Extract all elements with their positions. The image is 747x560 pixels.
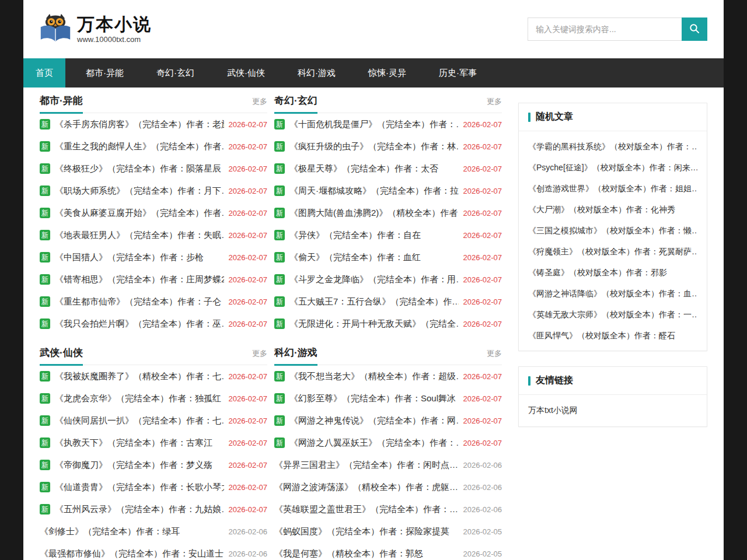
book-title-link[interactable]: 《幻影至尊》（完结全本）作者：Soul舞冰 (289, 393, 459, 404)
book-title-link[interactable]: 《职场大师系统》（完结全本）作者：月下… (55, 186, 224, 197)
logo-text: 万本小说 www.10000txt.com (77, 15, 152, 44)
book-title-link[interactable]: 《偷天》（完结全本）作者：血红 (289, 252, 459, 263)
list-item: 新《执教天下》（完结全本）作者：古寒江2026-02-07 (40, 432, 267, 454)
book-title-link[interactable]: 《我不想当老大》（精校全本）作者：超级… (289, 371, 459, 382)
book-title-link[interactable]: 《异侠》（完结全本）作者：自在 (289, 230, 459, 241)
new-badge: 新 (274, 318, 285, 329)
item-date: 2026-02-06 (229, 550, 268, 558)
search-button[interactable] (682, 18, 707, 41)
book-title-link[interactable]: 《我被妖魔圈养了》（精校全本）作者：七… (55, 371, 224, 382)
random-article-link[interactable]: 《英雄无敌大宗师》（校对版全本）作者：一… (528, 304, 697, 325)
list-item: 新《异侠》（完结全本）作者：自在2026-02-07 (274, 224, 502, 246)
new-badge: 新 (40, 296, 50, 307)
item-date: 2026-02-07 (463, 164, 502, 173)
book-title-link[interactable]: 《美食从麻婆豆腐开始》（完结全本）作者… (55, 208, 224, 219)
more-link[interactable]: 更多 (487, 348, 502, 365)
new-badge: 新 (40, 230, 50, 240)
item-date: 2026-02-07 (229, 439, 268, 447)
book-title-link[interactable]: 《我只会拍烂片啊》（完结全本）作者：巫… (55, 318, 224, 330)
new-badge: 新 (40, 393, 50, 404)
new-badge: 新 (274, 208, 285, 218)
list-item: 新《中国猎人》（完结全本）作者：步枪2026-02-07 (40, 246, 267, 268)
book-title-link[interactable]: 《终极狂少》（完结全本）作者：陨落星辰 (55, 163, 224, 174)
list-item: 新《职场大师系统》（完结全本）作者：月下…2026-02-07 (40, 180, 267, 202)
book-title-link[interactable]: 《斗罗之金龙降临》（完结全本）作者：用… (289, 274, 459, 285)
item-date: 2026-02-07 (463, 298, 502, 306)
book-title-link[interactable]: 《英雄联盟之盖世君王》（完结全本）作者：… (274, 504, 459, 515)
nav-item-武侠·仙侠[interactable]: 武侠·仙侠 (215, 58, 277, 88)
item-date: 2026-02-07 (463, 372, 502, 381)
nav-item-奇幻·玄幻[interactable]: 奇幻·玄幻 (144, 58, 207, 88)
search-icon (689, 23, 700, 36)
nav-item-惊悚·灵异[interactable]: 惊悚·灵异 (356, 58, 418, 88)
random-article-link[interactable]: 《匪风悍气》（校对版全本）作者：醛石 (528, 325, 697, 346)
random-article-link[interactable]: 《网游之神话降临》（校对版全本）作者：血… (528, 283, 697, 304)
book-title-link[interactable]: 《仙侠同居扒一扒》（完结全本）作者：七… (55, 415, 224, 426)
book-title-link[interactable]: 《无限进化：开局十种无敌天赋》（完结全… (289, 318, 459, 330)
book-title-link[interactable]: 《极星天尊》（完结全本）作者：太否 (289, 163, 459, 174)
book-title-link[interactable]: 《执教天下》（完结全本）作者：古寒江 (55, 438, 224, 449)
new-badge: 新 (274, 141, 285, 152)
random-articles-list: 《学霸的黑科技系统》（校对版全本）作者：…《Psyche[征途]》（校对版全本）… (519, 131, 707, 351)
more-link[interactable]: 更多 (252, 348, 267, 365)
book-title-link[interactable]: 《网游之神鬼传说》（完结全本）作者：网… (289, 415, 459, 426)
book-title-link[interactable]: 《我是何塞》（精校全本）作者：郭怒 (274, 548, 459, 559)
list-item: 新《斗罗之金龙降临》（完结全本）作者：用…2026-02-07 (274, 268, 502, 290)
more-link[interactable]: 更多 (487, 96, 502, 113)
item-date: 2026-02-07 (229, 416, 268, 425)
book-title-link[interactable]: 《重生都市仙帝》（完结全本）作者：子仑 (55, 296, 224, 307)
random-article-link[interactable]: 《三国之模拟城市》（校对版全本）作者：懒… (528, 220, 697, 241)
random-article-link[interactable]: 《大尸潮》（校对版全本）作者：化神秀 (528, 199, 697, 220)
item-date: 2026-02-06 (463, 483, 502, 492)
search-input[interactable] (528, 18, 682, 41)
list-item: 新《地表最狂男人》（完结全本）作者：失眠…2026-02-07 (40, 224, 267, 246)
random-article-link[interactable]: 《创造游戏世界》（校对版全本）作者：姐姐… (528, 178, 697, 199)
book-title-link[interactable]: 《五州风云录》（完结全本）作者：九姑娘… (55, 504, 224, 515)
book-title-link[interactable]: 《杀手房东俏房客》（完结全本）作者：老施 (55, 119, 224, 130)
list-item: 新《偷天》（完结全本）作者：血红2026-02-07 (274, 246, 502, 268)
book-title-link[interactable]: 《仙道贵胄》（完结全本）作者：长歌小琴太 (55, 482, 224, 493)
book-title-link[interactable]: 《最强都市修仙》（完结全本）作者：安山道士 (40, 548, 224, 559)
list-item: 《异界三国君主》（完结全本）作者：闲时点…2026-02-06 (274, 454, 502, 476)
nav-item-首页[interactable]: 首页 (23, 58, 65, 88)
list-item: 新《终极狂少》（完结全本）作者：陨落星辰2026-02-07 (40, 158, 267, 180)
book-list: 新《十面危机我是僵尸》（完结全本）作者：…2026-02-07新《疯狂升级的虫子… (274, 113, 502, 335)
search-bar (528, 18, 707, 41)
list-item: 《蚂蚁国度》（完结全本）作者：探险家提莫2026-02-05 (274, 520, 502, 542)
book-title-link[interactable]: 《剑修士》（完结全本）作者：绿耳 (40, 526, 224, 537)
nav-item-历史·军事[interactable]: 历史·军事 (427, 58, 489, 88)
list-item: 《网游之波涛荡漾》（精校全本）作者：虎躯…2026-02-06 (274, 476, 502, 498)
book-title-link[interactable]: 《地表最狂男人》（完结全本）作者：失眠… (55, 230, 224, 241)
book-title-link[interactable]: 《周天·堰都城攻略》（完结全本）作者：拉拉 (289, 186, 459, 197)
book-title-link[interactable]: 《蚂蚁国度》（完结全本）作者：探险家提莫 (274, 526, 459, 537)
book-title-link[interactable]: 《错寄相思》（完结全本）作者：庄周梦蝶21 (55, 274, 224, 285)
book-title-link[interactable]: 《网游之波涛荡漾》（精校全本）作者：虎躯… (274, 482, 459, 493)
book-title-link[interactable]: 《网游之八翼巫妖王》（完结全本）作者：… (289, 438, 459, 449)
nav-item-都市·异能[interactable]: 都市·异能 (74, 58, 136, 88)
new-badge: 新 (40, 460, 50, 470)
book-list: 新《杀手房东俏房客》（完结全本）作者：老施2026-02-07新《重生之我的彪悍… (40, 113, 267, 335)
book-title-link[interactable]: 《中国猎人》（完结全本）作者：步枪 (55, 252, 224, 263)
random-article-link[interactable]: 《Psyche[征途]》（校对版全本）作者：闲来… (528, 157, 697, 178)
sidebar: 随机文章 《学霸的黑科技系统》（校对版全本）作者：…《Psyche[征途]》（校… (518, 92, 707, 560)
random-article-link[interactable]: 《学霸的黑科技系统》（校对版全本）作者：… (528, 136, 697, 157)
nav-item-科幻·游戏[interactable]: 科幻·游戏 (285, 58, 348, 88)
book-title-link[interactable]: 《异界三国君主》（完结全本）作者：闲时点… (274, 460, 459, 471)
book-title-link[interactable]: 《疯狂升级的虫子》（完结全本）作者：林… (289, 141, 459, 152)
site-logo[interactable]: 万本小说 www.10000txt.com (40, 13, 152, 46)
friend-link[interactable]: 万本txt小说网 (528, 400, 697, 422)
random-article-link[interactable]: 《狩魔领主》（校对版全本）作者：死翼耐萨… (528, 241, 697, 262)
book-title-link[interactable]: 《重生之我的彪悍人生》（完结全本）作者… (55, 141, 224, 152)
book-title-link[interactable]: 《十面危机我是僵尸》（完结全本）作者：… (289, 119, 459, 130)
book-title-link[interactable]: 《五大贼王7：五行合纵》（完结全本）作… (289, 296, 459, 307)
list-item: 新《网游之神鬼传说》（完结全本）作者：网…2026-02-07 (274, 410, 502, 432)
new-badge: 新 (274, 415, 285, 426)
item-date: 2026-02-06 (463, 505, 502, 514)
new-badge: 新 (274, 371, 285, 382)
book-title-link[interactable]: 《图腾大陆(兽血沸腾2)》（精校全本）作者… (289, 208, 459, 219)
book-title-link[interactable]: 《帝御魔刀》（完结全本）作者：梦义殇 (55, 460, 224, 471)
book-title-link[interactable]: 《龙虎会京华》（完结全本）作者：独孤红 (55, 393, 224, 404)
random-articles-title: 随机文章 (536, 111, 573, 123)
random-article-link[interactable]: 《铸圣庭》（校对版全本）作者：邪影 (528, 262, 697, 283)
more-link[interactable]: 更多 (252, 96, 267, 113)
